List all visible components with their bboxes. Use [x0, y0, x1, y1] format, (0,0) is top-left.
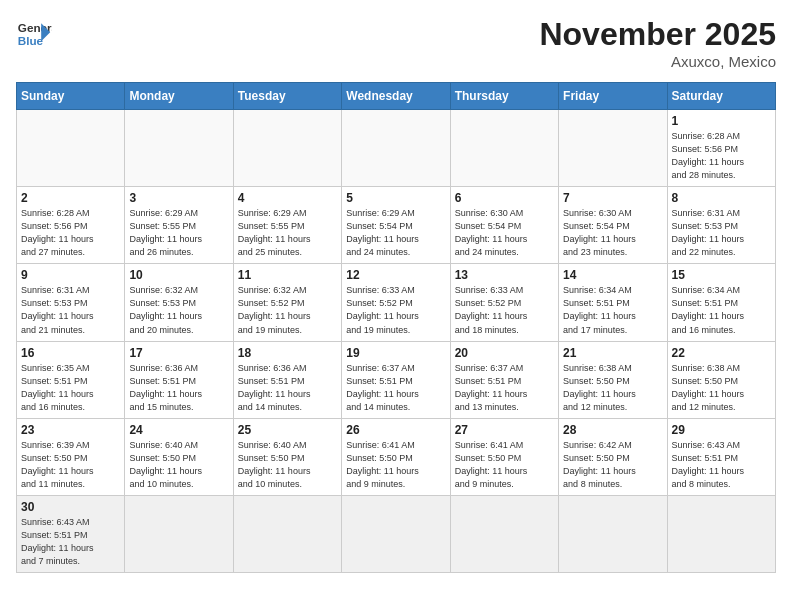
day-info: Sunrise: 6:29 AM Sunset: 5:55 PM Dayligh…	[238, 207, 337, 259]
day-number: 28	[563, 423, 662, 437]
day-info: Sunrise: 6:31 AM Sunset: 5:53 PM Dayligh…	[21, 284, 120, 336]
calendar-week-row: 1Sunrise: 6:28 AM Sunset: 5:56 PM Daylig…	[17, 110, 776, 187]
calendar-day: 1Sunrise: 6:28 AM Sunset: 5:56 PM Daylig…	[667, 110, 775, 187]
day-info: Sunrise: 6:40 AM Sunset: 5:50 PM Dayligh…	[238, 439, 337, 491]
calendar-day: 19Sunrise: 6:37 AM Sunset: 5:51 PM Dayli…	[342, 341, 450, 418]
calendar-week-row: 2Sunrise: 6:28 AM Sunset: 5:56 PM Daylig…	[17, 187, 776, 264]
calendar-day: 9Sunrise: 6:31 AM Sunset: 5:53 PM Daylig…	[17, 264, 125, 341]
calendar-day: 14Sunrise: 6:34 AM Sunset: 5:51 PM Dayli…	[559, 264, 667, 341]
calendar-day: 4Sunrise: 6:29 AM Sunset: 5:55 PM Daylig…	[233, 187, 341, 264]
day-number: 7	[563, 191, 662, 205]
day-number: 13	[455, 268, 554, 282]
day-number: 14	[563, 268, 662, 282]
day-number: 11	[238, 268, 337, 282]
day-number: 6	[455, 191, 554, 205]
day-info: Sunrise: 6:34 AM Sunset: 5:51 PM Dayligh…	[563, 284, 662, 336]
day-info: Sunrise: 6:43 AM Sunset: 5:51 PM Dayligh…	[672, 439, 771, 491]
calendar-day	[233, 110, 341, 187]
calendar-day: 13Sunrise: 6:33 AM Sunset: 5:52 PM Dayli…	[450, 264, 558, 341]
day-info: Sunrise: 6:29 AM Sunset: 5:55 PM Dayligh…	[129, 207, 228, 259]
day-number: 15	[672, 268, 771, 282]
calendar-day: 15Sunrise: 6:34 AM Sunset: 5:51 PM Dayli…	[667, 264, 775, 341]
calendar-day: 21Sunrise: 6:38 AM Sunset: 5:50 PM Dayli…	[559, 341, 667, 418]
calendar-day: 22Sunrise: 6:38 AM Sunset: 5:50 PM Dayli…	[667, 341, 775, 418]
location-subtitle: Axuxco, Mexico	[539, 53, 776, 70]
calendar-day: 16Sunrise: 6:35 AM Sunset: 5:51 PM Dayli…	[17, 341, 125, 418]
weekday-header-wednesday: Wednesday	[342, 83, 450, 110]
day-number: 26	[346, 423, 445, 437]
calendar-day: 6Sunrise: 6:30 AM Sunset: 5:54 PM Daylig…	[450, 187, 558, 264]
logo-icon: General Blue	[16, 16, 52, 52]
weekday-header-monday: Monday	[125, 83, 233, 110]
day-number: 9	[21, 268, 120, 282]
day-number: 16	[21, 346, 120, 360]
calendar-day: 10Sunrise: 6:32 AM Sunset: 5:53 PM Dayli…	[125, 264, 233, 341]
calendar-day: 24Sunrise: 6:40 AM Sunset: 5:50 PM Dayli…	[125, 418, 233, 495]
month-title: November 2025	[539, 16, 776, 53]
calendar-day	[450, 110, 558, 187]
day-info: Sunrise: 6:38 AM Sunset: 5:50 PM Dayligh…	[672, 362, 771, 414]
calendar-day	[125, 495, 233, 572]
day-info: Sunrise: 6:31 AM Sunset: 5:53 PM Dayligh…	[672, 207, 771, 259]
weekday-header-sunday: Sunday	[17, 83, 125, 110]
day-info: Sunrise: 6:37 AM Sunset: 5:51 PM Dayligh…	[346, 362, 445, 414]
calendar-day: 12Sunrise: 6:33 AM Sunset: 5:52 PM Dayli…	[342, 264, 450, 341]
day-info: Sunrise: 6:29 AM Sunset: 5:54 PM Dayligh…	[346, 207, 445, 259]
day-info: Sunrise: 6:37 AM Sunset: 5:51 PM Dayligh…	[455, 362, 554, 414]
day-info: Sunrise: 6:40 AM Sunset: 5:50 PM Dayligh…	[129, 439, 228, 491]
calendar-day	[342, 110, 450, 187]
day-number: 1	[672, 114, 771, 128]
calendar-day	[559, 110, 667, 187]
calendar-day: 11Sunrise: 6:32 AM Sunset: 5:52 PM Dayli…	[233, 264, 341, 341]
svg-text:Blue: Blue	[18, 34, 44, 47]
day-info: Sunrise: 6:32 AM Sunset: 5:52 PM Dayligh…	[238, 284, 337, 336]
weekday-header-thursday: Thursday	[450, 83, 558, 110]
weekday-header-saturday: Saturday	[667, 83, 775, 110]
day-info: Sunrise: 6:34 AM Sunset: 5:51 PM Dayligh…	[672, 284, 771, 336]
day-number: 18	[238, 346, 337, 360]
calendar-day: 8Sunrise: 6:31 AM Sunset: 5:53 PM Daylig…	[667, 187, 775, 264]
day-number: 30	[21, 500, 120, 514]
day-number: 8	[672, 191, 771, 205]
calendar-day: 20Sunrise: 6:37 AM Sunset: 5:51 PM Dayli…	[450, 341, 558, 418]
calendar-day: 26Sunrise: 6:41 AM Sunset: 5:50 PM Dayli…	[342, 418, 450, 495]
calendar-day: 23Sunrise: 6:39 AM Sunset: 5:50 PM Dayli…	[17, 418, 125, 495]
calendar-day	[559, 495, 667, 572]
calendar-day: 17Sunrise: 6:36 AM Sunset: 5:51 PM Dayli…	[125, 341, 233, 418]
page-header: General Blue November 2025 Axuxco, Mexic…	[16, 16, 776, 70]
day-info: Sunrise: 6:33 AM Sunset: 5:52 PM Dayligh…	[346, 284, 445, 336]
day-number: 17	[129, 346, 228, 360]
calendar-table: SundayMondayTuesdayWednesdayThursdayFrid…	[16, 82, 776, 573]
day-number: 3	[129, 191, 228, 205]
day-number: 2	[21, 191, 120, 205]
day-info: Sunrise: 6:39 AM Sunset: 5:50 PM Dayligh…	[21, 439, 120, 491]
calendar-week-row: 23Sunrise: 6:39 AM Sunset: 5:50 PM Dayli…	[17, 418, 776, 495]
calendar-day: 2Sunrise: 6:28 AM Sunset: 5:56 PM Daylig…	[17, 187, 125, 264]
calendar-day	[342, 495, 450, 572]
day-info: Sunrise: 6:42 AM Sunset: 5:50 PM Dayligh…	[563, 439, 662, 491]
day-info: Sunrise: 6:43 AM Sunset: 5:51 PM Dayligh…	[21, 516, 120, 568]
calendar-day	[233, 495, 341, 572]
calendar-day: 7Sunrise: 6:30 AM Sunset: 5:54 PM Daylig…	[559, 187, 667, 264]
calendar-day	[667, 495, 775, 572]
day-info: Sunrise: 6:35 AM Sunset: 5:51 PM Dayligh…	[21, 362, 120, 414]
day-number: 29	[672, 423, 771, 437]
day-info: Sunrise: 6:33 AM Sunset: 5:52 PM Dayligh…	[455, 284, 554, 336]
calendar-day: 5Sunrise: 6:29 AM Sunset: 5:54 PM Daylig…	[342, 187, 450, 264]
calendar-day: 3Sunrise: 6:29 AM Sunset: 5:55 PM Daylig…	[125, 187, 233, 264]
weekday-header-row: SundayMondayTuesdayWednesdayThursdayFrid…	[17, 83, 776, 110]
day-info: Sunrise: 6:38 AM Sunset: 5:50 PM Dayligh…	[563, 362, 662, 414]
day-number: 23	[21, 423, 120, 437]
day-number: 5	[346, 191, 445, 205]
calendar-day: 25Sunrise: 6:40 AM Sunset: 5:50 PM Dayli…	[233, 418, 341, 495]
calendar-day	[125, 110, 233, 187]
day-number: 24	[129, 423, 228, 437]
day-info: Sunrise: 6:28 AM Sunset: 5:56 PM Dayligh…	[21, 207, 120, 259]
day-number: 20	[455, 346, 554, 360]
weekday-header-friday: Friday	[559, 83, 667, 110]
day-number: 25	[238, 423, 337, 437]
calendar-day	[450, 495, 558, 572]
day-info: Sunrise: 6:28 AM Sunset: 5:56 PM Dayligh…	[672, 130, 771, 182]
title-block: November 2025 Axuxco, Mexico	[539, 16, 776, 70]
day-number: 27	[455, 423, 554, 437]
